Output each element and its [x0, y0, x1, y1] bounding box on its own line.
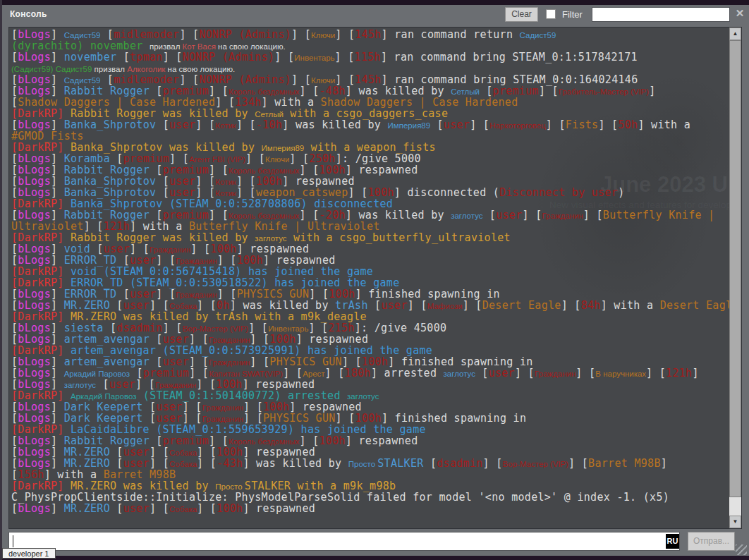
log-line: [bLogs] заглотус [user] [Гражданин] [100… [11, 379, 729, 390]
log-line: [bLogs] MR.ZERO [user] [Собака] [0h] was… [11, 300, 729, 311]
developer-badge: developer 1 [2, 548, 56, 559]
log-line: [bLogs] siesta [dsadmin] [Вор-Мастер (VI… [11, 322, 729, 334]
log-line: [DarkRP] artem_avengar (STEAM_0:0:573925… [11, 345, 729, 356]
log-line: [bLogs] ERROR_TD [user] [Гражданин] [100… [11, 255, 729, 266]
log-line: [bLogs] Rabbit Rogger [premium] [Король … [11, 209, 729, 221]
log-line: [DarkRP] Banka_Shprotov was killed by Им… [11, 142, 729, 153]
log-line: [DarkRP] Rabbit Rogger was killed by Сет… [11, 108, 729, 119]
log-line: [bLogs] Banka_Shprotov [user] [Котик] [-… [11, 119, 729, 130]
keyboard-layout-badge: RU [666, 534, 679, 549]
log-line: [DarkRP] Аркадий Паровоз (STEAM_0:1:5014… [11, 390, 729, 401]
log-line: [bLogs] void [user] [Гражданин] [100h] r… [11, 243, 729, 255]
log-line: [DarkRP] void (STEAM_0:0:567415418) has … [11, 266, 729, 277]
scrollbar-thumb[interactable] [729, 40, 741, 497]
log-line: [bLogs] artem_avengar [user] [Гражданин]… [11, 356, 729, 367]
log-line: [Shadow Daggers | Case Hardened] [134h] … [11, 97, 729, 108]
log-line: [DarkRP] Rabbit Rogger was killed by заг… [11, 232, 729, 243]
log-line: [bLogs] Koramba [premium] [Агент FBI (VI… [11, 153, 729, 164]
text-caret [13, 535, 13, 547]
log-line: [bLogs] Rabbit Rogger [premium] [Король … [11, 435, 729, 446]
log-line: [bLogs] Rabbit Rogger [premium] [Король … [11, 164, 729, 176]
log-line: [DarkRP] Banka_Shprotov (STEAM_0:0:52870… [11, 198, 729, 209]
log-line: [DarkRP] MR.ZERO was killed by Просто ST… [11, 480, 729, 492]
scrollbar[interactable]: ▲ ▼ [729, 28, 741, 528]
scroll-up-button[interactable]: ▲ [729, 28, 741, 40]
log-line: C_PhysPropClientside::Initialize: PhysMo… [11, 492, 729, 503]
screen-edge-bottom [0, 556, 749, 560]
log-line: [bLogs] Dark Keepert [user] [Гражданин] … [11, 413, 729, 424]
scroll-down-button[interactable]: ▼ [729, 516, 741, 528]
window-titlebar: Консоль Clear Filter ✕ [2, 5, 749, 27]
log-line: [bLogs] Садист59 [midlemoder] [NONRP (Ad… [11, 29, 729, 40]
log-line: [DarkRP] ERROR_TD (STEAM_0:0:530518522) … [11, 277, 729, 288]
console-window: { "titlebar": { "title": "Консоль", "cle… [0, 0, 749, 560]
log-line: [bLogs] artem_avengar [user] [Гражданин]… [11, 334, 729, 345]
command-input[interactable] [8, 532, 680, 551]
console-log: [bLogs] Садист59 [midlemoder] [NONRP (Ad… [9, 28, 729, 528]
log-line: [156h] with a Barret M98B [11, 469, 729, 480]
log-line: [bLogs] Banka_Shprotov [user] [Котик] [1… [11, 176, 729, 187]
log-line: (dyrachito) november призвал Кот Вася на… [11, 40, 729, 51]
console-panel: June 2023 Updat New visual effects and f… [8, 27, 742, 529]
log-line: [bLogs] Rabbit Rogger [premium] [Король … [11, 85, 729, 97]
log-line: (Садист59) Садист59 призвал Алкоголик на… [11, 63, 729, 74]
close-icon[interactable]: ✕ [733, 7, 746, 20]
filter-checkbox[interactable] [546, 9, 556, 19]
log-line: [bLogs] november [tpman] [NONRP (Admins)… [11, 51, 729, 63]
resize-grip-icon[interactable] [736, 544, 747, 555]
send-button[interactable]: Отправ... [688, 532, 735, 551]
log-line: [bLogs] Аркадий Паровоз [premium] [Капит… [11, 367, 729, 379]
log-line: Ultraviolet] [121h] with a Butterfly Kni… [11, 221, 729, 232]
log-line: #GMOD_Fists [11, 130, 729, 142]
log-line: [bLogs] MR.ZERO [user] [Собака] [100h] r… [11, 503, 729, 514]
log-line: [bLogs] Banka_Shprotov [user] [Котик] [w… [11, 187, 729, 198]
window-title: Консоль [10, 9, 47, 19]
filter-label: Filter [562, 9, 583, 20]
log-line: [DarkRP] LaCaidaLibre (STEAM_0:1:5596539… [11, 424, 729, 435]
log-line: [bLogs] Dark Keepert [user] [Гражданин] … [11, 401, 729, 413]
log-line: [bLogs] ERROR_TD [user] [Гражданин] [PHY… [11, 288, 729, 300]
screen-edge-left [0, 0, 2, 560]
clear-button[interactable]: Clear [505, 7, 538, 22]
log-line: [bLogs] MR.ZERO [user] [Собака] [100h] r… [11, 446, 729, 458]
filter-input[interactable] [592, 7, 730, 22]
log-line: [DarkRP] MR.ZERO was killed by trAsh wit… [11, 311, 729, 322]
log-line: [bLogs] MR.ZERO [user] [Собака] [-43h] w… [11, 458, 729, 469]
screen-edge-top [0, 0, 749, 5]
log-line: [bLogs] Садист59 [midlemoder] [NONRP (Ad… [11, 74, 729, 85]
